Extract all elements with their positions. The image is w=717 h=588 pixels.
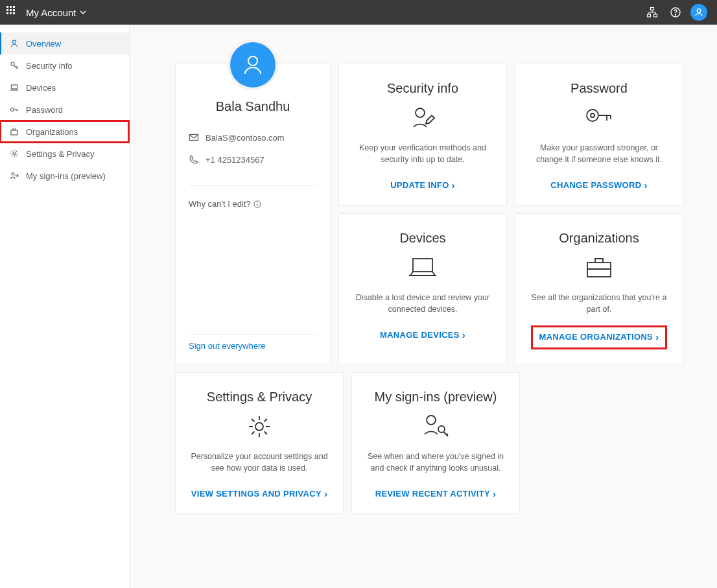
card-title: Devices (399, 231, 445, 246)
svg-point-4 (676, 15, 676, 16)
settings-privacy-card: Settings & Privacy Personalize your acco… (175, 372, 344, 514)
sidebar-item-label: My sign-ins (preview) (26, 171, 106, 181)
sidebar-item-settings[interactable]: Settings & Privacy (0, 143, 129, 165)
signins-card: My sign-ins (preview) See when and where… (351, 372, 520, 514)
card-desc: See all the organizations that you're a … (528, 292, 670, 315)
profile-phone-row: +1 4251234567 (189, 154, 317, 165)
profile-email: BalaS@contoso.com (206, 133, 285, 143)
key-icon (9, 60, 19, 71)
svg-rect-20 (587, 263, 611, 277)
security-info-card: Security info Keep your verification met… (338, 64, 507, 206)
review-activity-link[interactable]: REVIEW RECENT ACTIVITY (375, 488, 497, 499)
svg-rect-1 (648, 14, 651, 17)
app-title: My Account (26, 7, 76, 18)
profile-phone: +1 4251234567 (206, 155, 264, 165)
sidebar: Overview Security info Devices Password (0, 25, 130, 588)
svg-point-7 (11, 62, 14, 65)
main-content: Bala Sandhu BalaS@contoso.com +1 4251234… (130, 25, 717, 588)
sidebar-item-devices[interactable]: Devices (0, 76, 129, 99)
svg-rect-0 (651, 8, 654, 10)
laptop-large-icon (406, 253, 439, 282)
svg-rect-2 (654, 14, 657, 17)
profile-avatar-wrap (228, 40, 278, 90)
person-edit-icon (408, 104, 437, 132)
view-settings-link[interactable]: VIEW SETTINGS AND PRIVACY (191, 488, 327, 499)
organizations-card: Organizations See all the organizations … (515, 213, 683, 364)
org-chart-icon[interactable] (641, 1, 664, 24)
sidebar-item-label: Security info (26, 61, 73, 71)
manage-organizations-link[interactable]: MANAGE ORGANIZATIONS (531, 325, 668, 349)
card-desc: Disable a lost device and review your co… (352, 292, 493, 315)
card-title: Organizations (559, 231, 639, 246)
change-password-link[interactable]: CHANGE PASSWORD (550, 180, 647, 191)
chevron-down-icon[interactable] (79, 8, 87, 16)
svg-rect-19 (413, 259, 432, 272)
card-title: My sign-ins (preview) (375, 390, 497, 405)
svg-point-16 (416, 108, 425, 117)
password-card: Password Make your password stronger, or… (515, 64, 683, 206)
key-large-icon (583, 104, 615, 132)
update-info-link[interactable]: UPDATE INFO (390, 180, 455, 191)
sign-out-everywhere-link[interactable]: Sign out everywhere (189, 341, 317, 351)
card-title: Password (570, 81, 628, 96)
card-desc: Keep your verification methods and secur… (352, 143, 493, 165)
sidebar-item-label: Devices (26, 83, 56, 93)
top-bar: My Account (0, 0, 717, 25)
person-icon (9, 38, 19, 49)
password-key-icon (9, 104, 19, 115)
devices-card: Devices Disable a lost device and review… (338, 213, 507, 364)
briefcase-icon (9, 126, 19, 137)
sidebar-item-label: Overview (26, 39, 61, 49)
sidebar-item-signins[interactable]: My sign-ins (preview) (0, 165, 129, 187)
gear-large-icon (245, 412, 274, 441)
avatar[interactable] (687, 1, 711, 24)
sidebar-item-overview[interactable]: Overview (0, 32, 129, 54)
svg-rect-8 (12, 85, 18, 89)
svg-point-9 (11, 108, 14, 112)
help-icon[interactable] (664, 1, 687, 24)
svg-point-12 (12, 172, 14, 175)
profile-card: Bala Sandhu BalaS@contoso.com +1 4251234… (175, 64, 331, 364)
card-desc: Make your password stronger, or change i… (528, 143, 670, 165)
mail-icon (189, 132, 199, 143)
svg-point-13 (248, 56, 257, 65)
sidebar-item-password[interactable]: Password (0, 99, 129, 121)
svg-point-18 (591, 113, 594, 117)
signin-icon (9, 171, 19, 181)
profile-name: Bala Sandhu (189, 99, 317, 114)
laptop-icon (9, 82, 19, 93)
sidebar-item-label: Organizations (26, 127, 78, 137)
profile-email-row: BalaS@contoso.com (189, 132, 317, 143)
why-cant-edit-link[interactable]: Why can't I edit? (189, 199, 317, 209)
svg-point-5 (697, 9, 701, 13)
card-title: Security info (387, 81, 458, 96)
person-key-icon (421, 412, 451, 441)
manage-devices-link[interactable]: MANAGE DEVICES (380, 329, 465, 340)
briefcase-large-icon (583, 253, 615, 282)
sidebar-item-label: Password (26, 105, 63, 115)
svg-point-22 (427, 416, 436, 425)
svg-point-17 (587, 110, 598, 121)
profile-avatar-icon (230, 42, 276, 88)
svg-point-21 (255, 423, 263, 430)
svg-point-6 (13, 40, 16, 43)
phone-icon (189, 154, 199, 165)
app-launcher-icon[interactable] (6, 6, 19, 19)
svg-rect-10 (11, 130, 18, 135)
sidebar-item-label: Settings & Privacy (26, 149, 95, 159)
card-desc: Personalize your account settings and se… (189, 451, 330, 474)
card-desc: See when and where you've signed in and … (365, 451, 506, 474)
gear-icon (9, 148, 19, 159)
svg-point-11 (13, 152, 16, 155)
sidebar-item-organizations[interactable]: Organizations (0, 121, 129, 143)
card-title: Settings & Privacy (207, 390, 312, 405)
sidebar-item-security[interactable]: Security info (0, 54, 129, 76)
